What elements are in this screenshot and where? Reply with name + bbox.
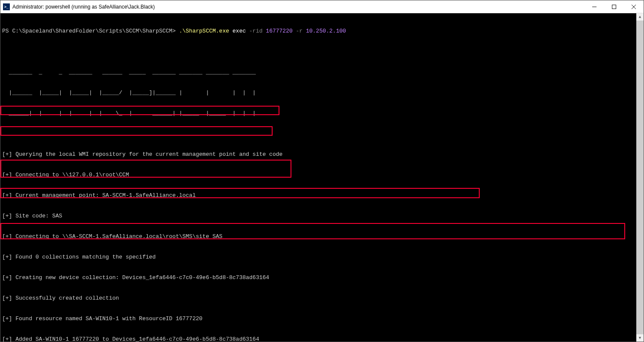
scrollbar-down-arrow[interactable]: ▼ <box>636 334 644 342</box>
blank-line <box>2 48 642 55</box>
window-title: Administrator: powershell (running as Sa… <box>12 3 585 10</box>
cmd-flag-r: -r <box>293 28 303 34</box>
ascii-art-line: ______| | | | | | \_ | ______| |_____ |_… <box>2 110 642 117</box>
output-line: [+] Added SA-WIN10-1 16777220 to Devices… <box>2 336 642 342</box>
powershell-icon: >_ <box>3 3 10 10</box>
output-line: [+] Creating new device collection: Devi… <box>2 274 642 281</box>
scrollbar-up-arrow[interactable]: ▲ <box>636 13 644 21</box>
scrollbar-thumb[interactable] <box>636 21 644 334</box>
minimize-icon <box>592 5 597 9</box>
maximize-icon <box>612 5 616 9</box>
output-line: [+] Successfully created collection <box>2 295 642 302</box>
prompt-path: PS C:\Spaceland\SharedFolder\Scripts\SCC… <box>2 28 179 34</box>
terminal-area[interactable]: PS C:\Spaceland\SharedFolder\Scripts\SCC… <box>0 13 644 342</box>
ascii-art-line: |______ |_____| |_____| |_____/ |_____]|… <box>2 89 642 96</box>
output-line: [+] Querying the local WMI repository fo… <box>2 151 642 158</box>
cmd-val-r: 10.250.2.100 <box>303 28 346 34</box>
output-line: [+] Connecting to \\SA-SCCM-1.SafeAllian… <box>2 233 642 240</box>
command-line-1: PS C:\Spaceland\SharedFolder\Scripts\SCC… <box>2 28 642 35</box>
output-line: [+] Found resource named SA-WIN10-1 with… <box>2 315 642 322</box>
cmd-sub: exec <box>229 28 246 34</box>
cmd-val-rid: 16777220 <box>263 28 293 34</box>
titlebar[interactable]: >_ Administrator: powershell (running as… <box>0 0 644 13</box>
window-controls <box>585 0 644 13</box>
blank-line <box>2 131 642 137</box>
svg-rect-1 <box>612 5 616 9</box>
output-line: [+] Site code: SAS <box>2 213 642 220</box>
close-button[interactable] <box>624 0 644 13</box>
powershell-window: >_ Administrator: powershell (running as… <box>0 0 644 342</box>
ascii-art-line: _______ _ _ _______ ______ _____ _______… <box>2 69 642 76</box>
scrollbar-track[interactable] <box>636 21 644 334</box>
output-line: [+] Current management point: SA-SCCM-1.… <box>2 192 642 199</box>
minimize-button[interactable] <box>585 0 604 13</box>
cmd-exe: .\SharpSCCM.exe <box>179 28 229 34</box>
cmd-flag-rid: -rid <box>246 28 263 34</box>
scrollbar[interactable]: ▲ ▼ <box>636 13 644 342</box>
maximize-button[interactable] <box>604 0 624 13</box>
output-line: [+] Found 0 collections matching the spe… <box>2 254 642 261</box>
close-icon <box>632 5 636 9</box>
output-line: [+] Connecting to \\127.0.0.1\root\CCM <box>2 172 642 178</box>
